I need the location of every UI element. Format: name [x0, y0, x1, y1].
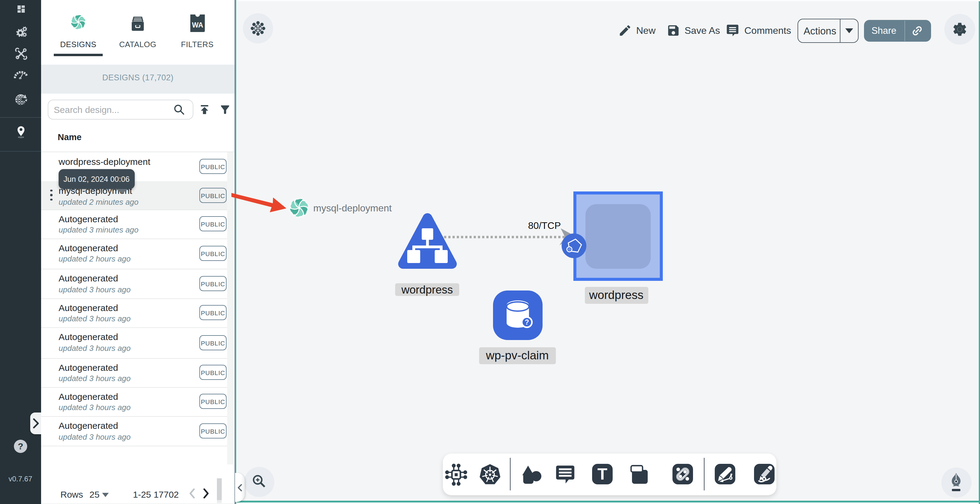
svg-text:T: T	[597, 465, 607, 483]
svg-text:?: ?	[525, 318, 529, 326]
svg-text:WA: WA	[192, 21, 203, 29]
